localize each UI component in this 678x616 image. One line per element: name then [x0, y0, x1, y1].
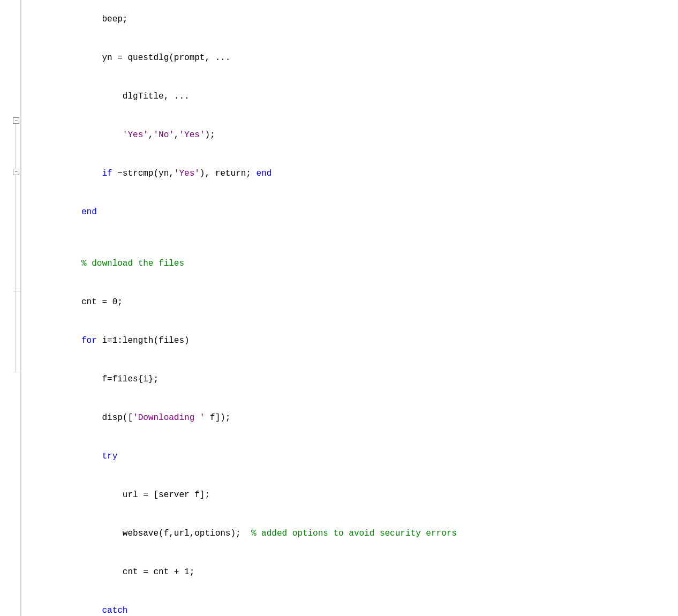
fold-try-line — [16, 175, 16, 291]
code-editor: − − beep; yn = questdlg(prompt, ... dlgT… — [0, 0, 678, 616]
code-line: cnt = cnt + 1; — [30, 553, 678, 591]
code-line: if ~strcmp(yn,'Yes'), return; end — [30, 154, 678, 193]
code-line: % download the files — [30, 244, 678, 283]
fold-for-marker[interactable]: − — [13, 117, 19, 124]
code-line: catch — [30, 591, 678, 616]
code-line: try — [30, 437, 678, 476]
code-line: url = [server f]; — [30, 476, 678, 514]
code-line: dlgTitle, ... — [30, 77, 678, 116]
code-line: for i=1:length(files) — [30, 321, 678, 360]
fold-try-end — [13, 291, 21, 291]
code-line: disp(['Downloading ' f]); — [30, 399, 678, 437]
code-line: cnt = 0; — [30, 283, 678, 321]
fold-try-marker[interactable]: − — [13, 169, 19, 175]
code-line: websave(f,url,options); % added options … — [30, 514, 678, 553]
code-line: yn = questdlg(prompt, ... — [30, 39, 678, 77]
code-line: f=files{i}; — [30, 360, 678, 399]
code-line: beep; — [30, 0, 678, 39]
fold-for-end — [13, 372, 21, 372]
gutter: − − — [0, 0, 21, 616]
code-content: beep; yn = questdlg(prompt, ... dlgTitle… — [21, 0, 678, 616]
code-line: end — [30, 193, 678, 231]
code-line — [30, 231, 678, 244]
code-line: 'Yes','No','Yes'); — [30, 116, 678, 154]
